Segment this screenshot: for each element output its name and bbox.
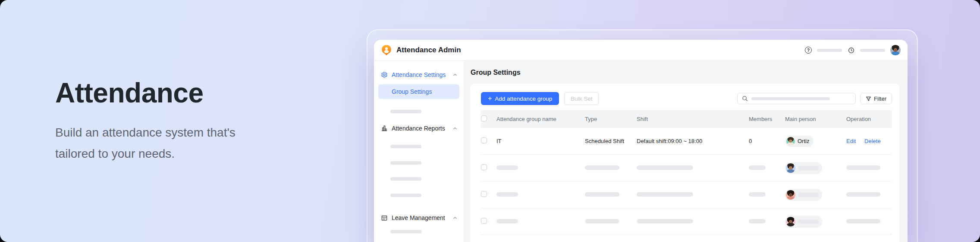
sidebar-item-attendance-reports[interactable]: Attendance Reports — [374, 121, 464, 136]
sidebar-item-group-settings[interactable]: Group Settings — [378, 84, 459, 99]
skeleton-bar — [496, 192, 518, 197]
window-header-actions: ? — [805, 45, 901, 55]
delete-link[interactable]: Delete — [864, 138, 881, 144]
sidebar-item-attendance-settings[interactable]: Attendance Settings — [374, 67, 464, 82]
filter-button[interactable]: Filter — [860, 93, 892, 104]
funnel-icon — [866, 96, 871, 102]
skeleton-bar — [585, 219, 619, 223]
column-header: Shift — [637, 116, 749, 122]
shift-cell: Default shift:09:00 ~ 18:00 — [637, 138, 749, 144]
sidebar-skeleton-bar — [390, 177, 421, 181]
chevron-up-icon[interactable] — [452, 215, 458, 220]
person-avatar — [786, 190, 795, 200]
hero-title: Attendance — [55, 77, 236, 109]
search-icon — [742, 96, 748, 102]
sidebar-skeleton-bar — [390, 230, 421, 233]
table-header-row: Attendance group name Type Shift Members… — [481, 110, 892, 128]
main-person-cell: Ortiz — [785, 136, 846, 147]
skeleton-bar — [798, 193, 819, 197]
row-checkbox[interactable] — [481, 164, 487, 170]
window-body: Attendance Settings Group Settings — [374, 61, 908, 242]
add-attendance-group-button[interactable]: + Add attendance group — [481, 92, 559, 105]
group-settings-card: + Add attendance group Bulk Set — [470, 83, 899, 242]
row-checkbox[interactable] — [481, 191, 487, 197]
bulk-set-button[interactable]: Bulk Set — [564, 92, 599, 105]
table-header-checkbox-cell — [481, 115, 496, 123]
history-clock-icon[interactable] — [847, 46, 855, 54]
table-row: IT Scheduled Shift Default shift:09:00 ~… — [481, 128, 892, 155]
chevron-up-icon[interactable] — [452, 126, 458, 131]
groups-table: Attendance group name Type Shift Members… — [481, 110, 892, 235]
skeleton-bar — [637, 166, 693, 170]
skeleton-bar — [798, 166, 819, 170]
help-icon[interactable]: ? — [805, 47, 812, 54]
person-chip: Ortiz — [785, 136, 814, 147]
skeleton-bar — [846, 192, 880, 197]
search-placeholder-skeleton — [751, 97, 830, 100]
operation-cell: Edit Delete — [846, 138, 892, 144]
sidebar-item-label: Attendance Settings — [392, 71, 449, 78]
sidebar-skeleton-bar — [390, 194, 421, 197]
person-avatar — [786, 163, 795, 173]
chevron-up-icon[interactable] — [452, 72, 458, 77]
sidebar-skeleton-bar — [390, 110, 421, 113]
sidebar-item-label: Attendance Reports — [392, 125, 449, 132]
table-row-skeleton — [481, 182, 892, 208]
skeleton-bar — [585, 166, 619, 170]
skeleton-bar — [496, 219, 518, 223]
skeleton-bar — [496, 166, 518, 170]
sidebar-skeleton-bar — [390, 145, 421, 148]
row-checkbox[interactable] — [481, 137, 487, 143]
person-name: Ortiz — [798, 138, 809, 144]
column-header: Attendance group name — [496, 116, 585, 122]
search-input[interactable] — [737, 93, 856, 104]
app-window: Attendance Admin ? — [374, 40, 908, 242]
hero-subtitle-line1: Build an attendance system that's — [55, 126, 236, 139]
column-header: Main person — [785, 116, 846, 122]
sidebar-item-leave-management[interactable]: Leave Management — [374, 210, 464, 225]
sidebar: Attendance Settings Group Settings — [374, 61, 464, 242]
select-all-checkbox[interactable] — [481, 115, 487, 121]
sidebar-subitem-label: Group Settings — [392, 88, 432, 95]
table-row-skeleton — [481, 155, 892, 182]
main-content: Group Settings + Add attendance group Bu… — [464, 61, 908, 242]
skeleton-bar — [637, 192, 693, 197]
skeleton-bar — [798, 220, 819, 224]
hero-subtitle: Build an attendance system that's tailor… — [55, 122, 236, 164]
toolbar-right: Filter — [737, 93, 892, 104]
row-checkbox[interactable] — [481, 218, 487, 224]
person-chip-skeleton — [785, 162, 822, 174]
gear-icon — [381, 71, 388, 78]
window-header: Attendance Admin ? — [374, 40, 908, 61]
person-chip-skeleton — [785, 189, 822, 201]
skeleton-bar — [846, 219, 880, 223]
table-row-skeleton — [481, 208, 892, 235]
hero-gradient-background: Attendance Build an attendance system th… — [0, 0, 980, 242]
toolbar: + Add attendance group Bulk Set — [481, 92, 892, 105]
header-skeleton-bar — [860, 49, 885, 52]
members-cell: 0 — [749, 138, 785, 144]
person-avatar — [786, 137, 795, 146]
user-avatar[interactable] — [890, 45, 901, 55]
skeleton-bar — [846, 166, 880, 170]
report-chart-icon — [381, 125, 388, 132]
column-header: Type — [585, 116, 637, 122]
skeleton-bar — [749, 166, 766, 170]
sidebar-item-label: Leave Management — [392, 214, 449, 221]
edit-link[interactable]: Edit — [846, 138, 856, 144]
skeleton-bar — [585, 192, 619, 197]
page-title: Group Settings — [471, 68, 899, 77]
hero-subtitle-line2: tailored to your needs. — [55, 147, 175, 160]
sidebar-skeleton-bar — [390, 161, 421, 165]
filter-label: Filter — [874, 96, 886, 102]
skeleton-bar — [637, 219, 693, 223]
add-attendance-group-label: Add attendance group — [495, 96, 552, 102]
type-cell: Scheduled Shift — [585, 138, 637, 144]
hero-copy: Attendance Build an attendance system th… — [55, 77, 236, 164]
column-header: Members — [749, 116, 785, 122]
person-chip-skeleton — [785, 216, 822, 228]
header-skeleton-bar — [817, 49, 842, 52]
calendar-icon — [381, 214, 388, 221]
skeleton-bar — [749, 192, 766, 197]
skeleton-bar — [749, 219, 766, 223]
